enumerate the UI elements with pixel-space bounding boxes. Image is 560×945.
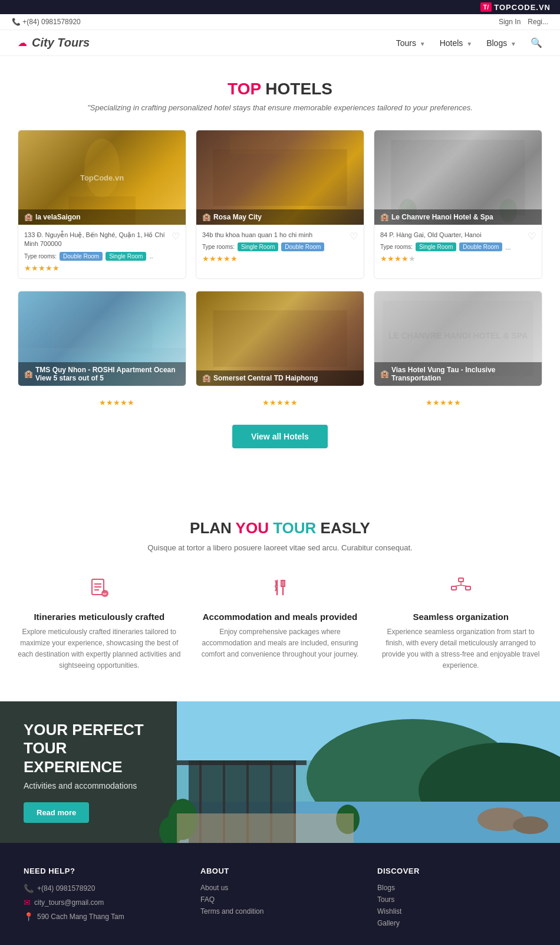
view-all-wrap: View all Hotels [18, 425, 542, 448]
svg-text:✏: ✏ [103, 591, 107, 597]
footer-phone-icon: 📞 [24, 884, 34, 893]
hotels-title-highlight: TOP [228, 80, 261, 98]
read-more-button[interactable]: Read more [24, 802, 89, 823]
plan-title-tour: TOUR [269, 519, 316, 537]
hotel-card-1[interactable]: TopCode.vn 🏨 la velaSaigon ♡ 133 Đ. Nguy… [18, 130, 186, 279]
plan-feature-title-2: Accommodation and meals provided [199, 612, 362, 622]
hotel-name-2: Rosa May City [213, 213, 262, 221]
more-dots-1: .. [149, 252, 153, 260]
hotel-address-3: 84 P. Hàng Gai, Old Quarter, Hanoi [380, 231, 536, 239]
footer-address: 590 Cach Mang Thang Tam [37, 913, 124, 921]
signin-link[interactable]: Sign In [499, 18, 521, 26]
footer-about-link-2[interactable]: FAQ [200, 895, 360, 904]
svg-text:LE CHANVRE HANOI HOTEL & SPA: LE CHANVRE HANOI HOTEL & SPA [388, 331, 528, 340]
hotel-card-5[interactable]: 🏨 Somerset Central TD Haiphong [196, 291, 364, 386]
hotel-card-3[interactable]: 🏨 Le Chanvre Hanoi Hotel & Spa ♡ 84 P. H… [374, 130, 542, 279]
plan-section: PLAN YOU TOUR EASLY Quisque at tortor a … [0, 490, 560, 701]
meals-icon [199, 576, 362, 605]
hotel-name-overlay-3: 🏨 Le Chanvre Hanoi Hotel & Spa [374, 209, 542, 225]
svg-point-0 [84, 139, 120, 198]
hotel-info-2: ♡ 34b thu khoa huan quan 1 ho chi minh T… [196, 225, 364, 269]
plan-title-easly: EASLY [316, 519, 370, 537]
footer-about-link-1[interactable]: About us [200, 884, 360, 892]
hotels-dropdown-arrow: ▼ [466, 41, 472, 47]
stars-block-5: ★★★★★ [262, 398, 298, 407]
hotel-stars-6: ★★★★★ [426, 398, 461, 407]
hotel-info-1: ♡ 133 Đ. Nguyễn Huệ, Bến Nghé, Quận 1, H… [18, 225, 186, 278]
site-logo[interactable]: ☁ City Tours [18, 36, 90, 50]
hotel-rooms-2: Type rooms: Single Room Double Room [202, 242, 358, 251]
hotel-map-icon-3: 🏨 [380, 213, 389, 221]
footer-discover-link-2[interactable]: Tours [377, 895, 536, 904]
footer-about-link-3[interactable]: Terms and condition [200, 907, 360, 916]
banner-title-line2: TOUR EXPERIENCE [24, 739, 123, 775]
hotels-grid-row2: 🏨 TMS Quy Nhon - ROSHI Apartment Ocean V… [18, 291, 542, 386]
plan-title-plan: PLAN [190, 519, 236, 537]
rooms-label-2: Type rooms: [202, 244, 235, 250]
hotel-name-4: TMS Quy Nhon - ROSHI Apartment Ocean Vie… [35, 366, 180, 382]
hotel-map-icon-1: 🏨 [24, 213, 33, 221]
banner-subtitle: Activities and accommodations [24, 781, 165, 790]
room-badge-double-1: Double Room [60, 252, 103, 261]
footer-email-icon: ✉ [24, 898, 31, 907]
svg-rect-38 [177, 760, 307, 765]
svg-rect-21 [452, 586, 456, 590]
auth-links: Sign In Regi... [499, 18, 548, 26]
logo-nav-bar: ☁ City Tours Tours ▼ Hotels ▼ Blogs ▼ 🔍 [0, 30, 560, 56]
svg-rect-42 [177, 813, 354, 843]
hotel-name-overlay-6: 🏨 Vias Hotel Vung Tau - Inclusive Transp… [374, 362, 542, 386]
room-badge-double-3: Double Room [459, 242, 502, 251]
footer-discover-title: DISCOVER [377, 867, 536, 875]
hotel-stars-4: ★★★★★ [99, 398, 134, 407]
plan-feature-desc-2: Enjoy comprehensive packages where accom… [199, 626, 362, 661]
footer-email-item: ✉ city_tours@gmail.com [24, 898, 183, 907]
topcode-name-text: TOPCODE.VN [494, 3, 551, 12]
stars-row2: ★★★★★ ★★★★★ ★★★★★ [18, 392, 542, 413]
hotel-address-1: 133 Đ. Nguyễn Huệ, Bến Nghé, Quận 1, Hồ … [24, 231, 180, 249]
hotel-image-3: 🏨 Le Chanvre Hanoi Hotel & Spa [374, 130, 542, 225]
nav-blogs[interactable]: Blogs ▼ [486, 38, 516, 48]
hotel-map-icon-2: 🏨 [202, 213, 211, 221]
hotel-image-4: 🏨 TMS Quy Nhon - ROSHI Apartment Ocean V… [18, 291, 186, 386]
plan-title-you: YOU [236, 519, 269, 537]
svg-rect-2 [213, 149, 347, 206]
view-all-hotels-button[interactable]: View all Hotels [232, 425, 328, 448]
rooms-label-3: Type rooms: [380, 244, 413, 250]
hotel-map-icon-5: 🏨 [202, 374, 211, 382]
hotel-name-5: Somerset Central TD Haiphong [213, 374, 318, 382]
footer-discover-link-4[interactable]: Gallery [377, 919, 536, 927]
plan-feature-desc-3: Experience seamless organization from st… [379, 626, 542, 672]
banner-title: YOUR PERFECT TOUR EXPERIENCE [24, 721, 165, 776]
room-badge-double-2: Double Room [281, 242, 324, 251]
stars-block-6: ★★★★★ [426, 398, 461, 407]
hotels-subtitle: "Specializing in crafting personalized h… [18, 103, 542, 112]
footer-discover-link-1[interactable]: Blogs [377, 884, 536, 892]
register-link[interactable]: Regi... [528, 18, 548, 26]
room-badge-single-2: Single Room [238, 242, 278, 251]
hotel-map-icon-4: 🏨 [24, 370, 33, 378]
svg-rect-3 [230, 135, 330, 154]
hotel-card-4[interactable]: 🏨 TMS Quy Nhon - ROSHI Apartment Ocean V… [18, 291, 186, 386]
plan-feature-3: Seamless organization Experience seamles… [379, 576, 542, 672]
hotel-stars-2: ★★★★★ [202, 254, 358, 263]
footer-about: ABOUT About us FAQ Terms and condition [200, 867, 360, 931]
hotel-card-6[interactable]: LE CHANVRE HANOI HOTEL & SPA 🏨 Vias Hote… [374, 291, 542, 386]
phone-number: +(84) 0981578920 [22, 18, 80, 26]
nav-tours[interactable]: Tours ▼ [396, 38, 426, 48]
plan-feature-2: Accommodation and meals provided Enjoy c… [199, 576, 362, 672]
hotel-card-2[interactable]: 🏨 Rosa May City ♡ 34b thu khoa huan quan… [196, 130, 364, 279]
footer-need-help-title: NEED HELP? [24, 867, 183, 875]
hotel-stars-5: ★★★★★ [262, 398, 298, 407]
search-icon[interactable]: 🔍 [531, 37, 542, 48]
hotels-section: TOP HOTELS "Specializing in crafting per… [0, 56, 560, 490]
hotels-title-suffix: HOTELS [261, 80, 332, 98]
footer-address-icon: 📍 [24, 912, 34, 921]
topcode-brand: T/ TOPCODE.VN [0, 0, 560, 14]
plan-features: ✏ Itineraries meticulously crafted Explo… [18, 576, 542, 672]
plan-title: PLAN YOU TOUR EASLY [18, 519, 542, 537]
nav-hotels[interactable]: Hotels ▼ [440, 38, 472, 48]
topcode-logo: T/ TOPCODE.VN [480, 2, 551, 12]
footer-discover-link-3[interactable]: Wishlist [377, 907, 536, 916]
hotel-name-1: la velaSaigon [35, 213, 81, 221]
logo-text: City Tours [32, 36, 90, 50]
